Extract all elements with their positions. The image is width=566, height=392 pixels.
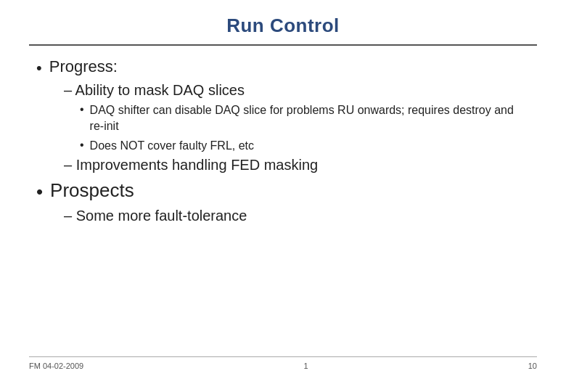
content-area: • Progress: – Ability to mask DAQ slices…	[29, 57, 537, 356]
bullet-dot-1: •	[36, 59, 42, 78]
footer-left: FM 04-02-2009	[29, 362, 83, 370]
sub-bullet-item-1: • DAQ shifter can disable DAQ slice for …	[80, 102, 530, 135]
sub-bullet-text-1: DAQ shifter can disable DAQ slice for pr…	[90, 102, 530, 135]
sub-bullets-1: • DAQ shifter can disable DAQ slice for …	[80, 102, 530, 154]
slide-footer: FM 04-02-2009 1 10	[29, 356, 537, 370]
dash2-text: – Improvements handling FED masking	[64, 157, 318, 173]
dash-item-3: – Some more fault-tolerance	[58, 208, 530, 224]
dash1-text: – Ability to mask DAQ slices	[64, 82, 245, 99]
sub-bullet-item-2: • Does NOT cover faulty FRL, etc	[80, 138, 530, 154]
progress-sub-list: – Ability to mask DAQ slices • DAQ shift…	[58, 82, 530, 173]
slide: Run Control • Progress: – Ability to mas…	[0, 0, 566, 392]
prospects-sub-list: – Some more fault-tolerance	[58, 208, 530, 224]
sub-bullet-dot-1: •	[80, 103, 84, 116]
dash-item-2: – Improvements handling FED masking	[58, 157, 530, 173]
progress-label: Progress:	[49, 57, 118, 76]
footer-right: 10	[528, 362, 537, 370]
prospects-label: Prospects	[50, 179, 134, 202]
footer-center: 1	[303, 362, 308, 370]
bullet-dot-2: •	[36, 181, 43, 203]
bullet-progress: • Progress:	[36, 57, 530, 78]
sub-bullet-dot-2: •	[80, 139, 84, 152]
dash-item-1: – Ability to mask DAQ slices	[58, 82, 530, 99]
sub-bullet-text-2: Does NOT cover faulty FRL, etc	[90, 138, 254, 154]
title-area: Run Control	[29, 15, 537, 46]
slide-title: Run Control	[226, 15, 340, 36]
dash3-text: – Some more fault-tolerance	[64, 208, 247, 224]
bullet-prospects: • Prospects	[36, 179, 530, 203]
